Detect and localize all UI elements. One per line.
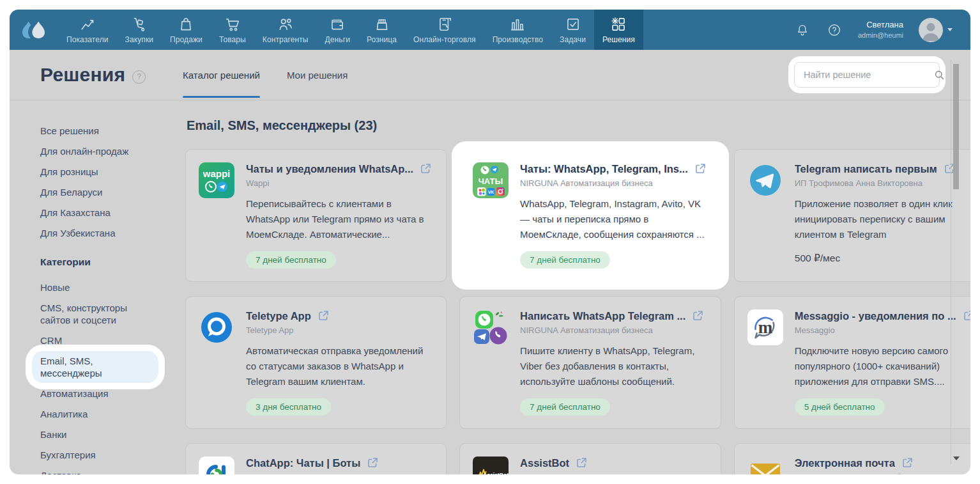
sidebar-link-4[interactable]: Для Беларуси <box>40 186 185 198</box>
card-vendor: NIRGUNA Автоматизация бизнеса <box>795 472 970 474</box>
card-description: Переписывайтесь с клиентами в WhatsApp и… <box>246 196 432 242</box>
sidebar-category-1[interactable]: Новые <box>40 281 185 293</box>
sidebar-category-8[interactable]: Бухгалтерия <box>40 449 185 461</box>
card-vendor: Wappi <box>246 178 432 188</box>
solution-card-2[interactable]: ЧАТЫVK Чаты: WhatsApp, Telegram, Ins... … <box>459 149 721 282</box>
card-title: Чаты и уведомления WhatsAp... <box>246 163 413 175</box>
nav-item-money[interactable]: Деньги <box>317 10 358 50</box>
avatar <box>919 18 943 42</box>
assistbot-app-icon: AssistBot <box>473 457 509 474</box>
card-title: AssistBot <box>520 457 569 469</box>
card-description: Автоматическая отправка уведомлений со с… <box>246 343 432 389</box>
sidebar-link-6[interactable]: Для Узбекистана <box>40 227 185 239</box>
nav-right-section: Светлана admin@heumi <box>794 10 970 50</box>
sidebar-category-2[interactable]: CMS, конструкторы сайтов и соцсети <box>40 302 185 326</box>
card-title: Чаты: WhatsApp, Telegram, Ins... <box>520 163 688 175</box>
sidebar-category-6[interactable]: Аналитика <box>40 408 185 420</box>
sidebar-category-7[interactable]: Банки <box>40 428 185 441</box>
chevron-down-icon <box>947 28 953 31</box>
solution-card-8[interactable]: AssistBot AssistBot AssistBot 1. Уведомл… <box>459 443 721 474</box>
scrollbar-thumb[interactable] <box>953 64 959 189</box>
nav-item-label: Контрагенты <box>263 35 309 44</box>
sidebar-link-2[interactable]: Для онлайн-продаж <box>40 145 185 157</box>
counterparties-icon <box>277 15 294 33</box>
wappi-app-icon: wappi <box>199 162 234 198</box>
section-title: Email, SMS, мессенджеры (23) <box>187 118 940 133</box>
teletype-app-icon <box>199 309 234 345</box>
external-link-icon[interactable] <box>962 309 970 322</box>
nav-item-label: Показатели <box>66 35 109 44</box>
tab-catalog[interactable]: Каталог решений <box>183 50 260 100</box>
external-link-icon[interactable] <box>575 457 588 469</box>
sidebar-category-3[interactable]: CRM <box>40 334 185 347</box>
card-vendor: Messaggio <box>795 325 970 335</box>
solution-card-3[interactable]: Telegram написать первым ИП Трофимова Ан… <box>734 149 970 282</box>
search-input[interactable] <box>795 70 928 80</box>
nav-item-counterparties[interactable]: Контрагенты <box>254 10 317 50</box>
nav-item-label: Закупки <box>125 35 153 44</box>
nav-item-sales[interactable]: Продажи <box>162 10 211 50</box>
top-navigation: Показатели Закупки Продажи Товары Контра… <box>10 10 970 50</box>
card-vendor: NIRGUNA Автоматизация бизнеса <box>520 325 707 335</box>
solution-card-7[interactable]: ChatApp: Чаты | Боты SMART INNOVATIONS D… <box>185 443 447 474</box>
card-description: WhatsApp, Telegram, Instagram, Avito, VK… <box>520 196 707 242</box>
nav-item-production[interactable]: Производство <box>484 10 551 50</box>
email-app-icon <box>747 457 783 474</box>
card-title: ChatApp: Чаты | Боты <box>246 457 360 469</box>
moysklad-logo-icon[interactable] <box>10 10 58 50</box>
sidebar-category-5[interactable]: Автоматизация <box>40 387 185 400</box>
external-link-icon[interactable] <box>317 309 330 322</box>
external-link-icon[interactable] <box>366 457 379 469</box>
solution-card-9[interactable]: Электронная почта NIRGUNA Автоматизация … <box>734 443 970 474</box>
external-link-icon[interactable] <box>691 309 704 322</box>
selected-category-pill[interactable]: Email, SMS, мессенджеры <box>32 351 158 383</box>
nav-item-tasks[interactable]: Задачи <box>551 10 594 50</box>
external-link-icon[interactable] <box>419 162 432 175</box>
nav-item-label: Продажи <box>170 35 203 44</box>
card-title: Написать WhatsApp Telegram ... <box>520 310 685 322</box>
help-icon[interactable] <box>826 22 843 38</box>
tab-bar: Каталог решенийМои решения <box>183 50 348 100</box>
sidebar-link-3[interactable]: Для розницы <box>40 166 185 178</box>
nav-item-purchases[interactable]: Закупки <box>117 10 162 50</box>
sidebar-link-5[interactable]: Для Казахстана <box>40 207 185 219</box>
user-info[interactable]: Светлана admin@heumi <box>858 20 903 40</box>
nav-item-retail[interactable]: Розница <box>358 10 405 50</box>
external-link-icon[interactable] <box>694 162 707 175</box>
card-vendor: SMART INNOVATIONS DEVELOPMENT <box>246 472 432 474</box>
card-vendor: AssistBot <box>520 472 707 474</box>
solution-card-5[interactable]: Написать WhatsApp Telegram ... NIRGUNA А… <box>459 296 721 429</box>
sidebar-category-9[interactable]: Доставка <box>40 469 185 474</box>
external-link-icon[interactable] <box>901 457 914 469</box>
card-description: Подключите новую версию самого популярно… <box>795 343 970 389</box>
notifications-bell-icon[interactable] <box>794 22 811 38</box>
search-icon[interactable] <box>928 70 950 81</box>
solutions-grid: wappi Чаты и уведомления WhatsAp... Wapp… <box>185 149 940 474</box>
tab-my-solutions[interactable]: Мои решения <box>287 50 348 100</box>
card-description: Пишите клиенту в WhatsApp, Telegram, Vib… <box>520 343 707 389</box>
screenshot-frame: Показатели Закупки Продажи Товары Контра… <box>0 0 980 484</box>
goods-icon <box>224 15 241 33</box>
nav-item-indicators[interactable]: Показатели <box>58 10 117 50</box>
search-highlight <box>794 62 940 88</box>
vertical-scrollbar[interactable] <box>951 60 961 465</box>
nav-item-solutions[interactable]: Решения <box>594 10 643 50</box>
solution-card-1[interactable]: wappi Чаты и уведомления WhatsAp... Wapp… <box>185 149 447 282</box>
sidebar-category-4[interactable]: Email, SMS, мессенджеры <box>40 355 185 379</box>
main-menu: Показатели Закупки Продажи Товары Контра… <box>58 10 643 50</box>
scrollbar-down-arrow[interactable] <box>953 457 960 460</box>
trial-badge: 5 дней бесплатно <box>795 398 885 416</box>
nav-item-goods[interactable]: Товары <box>211 10 254 50</box>
page-header: Решения ? Каталог решенийМои решения <box>10 50 970 100</box>
trial-badge: 7 дней бесплатно <box>520 398 610 416</box>
sidebar-link-1[interactable]: Все решения <box>40 125 185 137</box>
user-menu[interactable] <box>919 18 953 42</box>
solution-card-6[interactable]: m Messaggio - уведомления по ... Messagg… <box>734 296 970 429</box>
chatapp-app-icon <box>199 457 234 474</box>
nav-item-online-trade[interactable]: Онлайн-торговля <box>405 10 484 50</box>
sidebar: Все решенияДля онлайн-продажДля розницыД… <box>40 118 185 474</box>
page-help-icon[interactable]: ? <box>132 70 146 84</box>
tasks-icon <box>565 15 581 33</box>
solution-card-4[interactable]: Teletype App Teletype App Автоматическая… <box>185 296 447 429</box>
online-trade-icon <box>436 15 453 33</box>
